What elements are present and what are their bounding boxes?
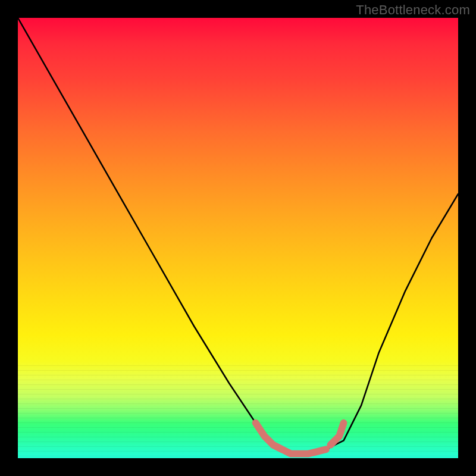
plot-area [18,18,458,458]
bottleneck-curve [18,18,458,454]
curve-layer [18,18,458,458]
highlight-flat-bottom [273,445,326,454]
watermark-text: TheBottleneck.com [356,2,470,18]
chart-frame: TheBottleneck.com [0,0,476,476]
